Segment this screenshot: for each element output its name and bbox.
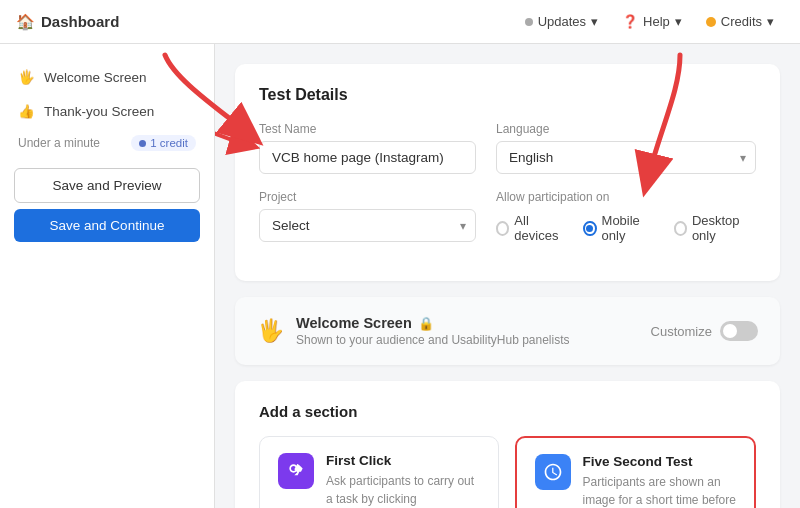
customize-toggle[interactable] bbox=[720, 321, 758, 341]
radio-inner-mobile bbox=[586, 225, 593, 232]
add-section-title: Add a section bbox=[259, 403, 756, 420]
help-icon: ❓ bbox=[622, 14, 638, 29]
language-label: Language bbox=[496, 122, 756, 136]
project-label: Project bbox=[259, 190, 476, 204]
header-nav: Updates ▾ ❓ Help ▾ Credits ▾ bbox=[515, 9, 784, 34]
project-group: Project Select ▾ bbox=[259, 190, 476, 243]
five-second-desc: Participants are shown an image for a sh… bbox=[583, 473, 737, 508]
welcome-subtitle: Shown to your audience and UsabilityHub … bbox=[296, 333, 570, 347]
updates-status-dot bbox=[525, 18, 533, 26]
updates-button[interactable]: Updates ▾ bbox=[515, 9, 608, 34]
radio-all-devices[interactable]: All devices bbox=[496, 213, 567, 243]
credits-button[interactable]: Credits ▾ bbox=[696, 9, 784, 34]
sidebar-meta: Under a minute 1 credit bbox=[0, 128, 214, 158]
form-row-2: Project Select ▾ Allow participation on … bbox=[259, 190, 756, 243]
welcome-left: 🖐 Welcome Screen 🔒 Shown to your audienc… bbox=[257, 315, 570, 347]
radio-circle-desktop bbox=[674, 221, 687, 236]
home-icon: 🏠 bbox=[16, 13, 35, 31]
sidebar: 🖐 Welcome Screen 👍 Thank-you Screen Unde… bbox=[0, 44, 215, 508]
welcome-title-text: Welcome Screen bbox=[296, 315, 412, 331]
customize-label: Customize bbox=[651, 324, 712, 339]
credits-dot bbox=[706, 17, 716, 27]
main-content: Test Details Test Name Language English … bbox=[215, 44, 800, 508]
project-select-wrapper: Select ▾ bbox=[259, 209, 476, 242]
welcome-info: Welcome Screen 🔒 Shown to your audience … bbox=[296, 315, 570, 347]
header: 🏠 Dashboard Updates ▾ ❓ Help ▾ Credits ▾ bbox=[0, 0, 800, 44]
radio-desktop-only[interactable]: Desktop only bbox=[674, 213, 756, 243]
test-name-input[interactable] bbox=[259, 141, 476, 174]
five-second-card[interactable]: Five Second Test Participants are shown … bbox=[515, 436, 757, 508]
welcome-screen-icon: 🖐 bbox=[18, 69, 34, 85]
first-click-title: First Click bbox=[326, 453, 480, 468]
first-click-icon bbox=[278, 453, 314, 489]
welcome-title: Welcome Screen 🔒 bbox=[296, 315, 570, 331]
credit-badge: 1 credit bbox=[131, 135, 196, 151]
updates-chevron: ▾ bbox=[591, 14, 598, 29]
participation-group: Allow participation on All devices Mobil… bbox=[496, 190, 756, 243]
thankyou-screen-icon: 👍 bbox=[18, 103, 34, 119]
first-click-content: First Click Ask participants to carry ou… bbox=[326, 453, 480, 508]
card-title: Test Details bbox=[259, 86, 756, 104]
radio-label-mobile: Mobile only bbox=[602, 213, 658, 243]
sidebar-thankyou-label: Thank-you Screen bbox=[44, 104, 154, 119]
five-second-content: Five Second Test Participants are shown … bbox=[583, 454, 737, 508]
five-second-icon bbox=[535, 454, 571, 490]
section-cards-row: First Click Ask participants to carry ou… bbox=[259, 436, 756, 508]
credit-dot bbox=[139, 140, 146, 147]
add-section-card: Add a section First Click Ask participan… bbox=[235, 381, 780, 508]
sidebar-item-thankyou[interactable]: 👍 Thank-you Screen bbox=[0, 94, 214, 128]
help-chevron: ▾ bbox=[675, 14, 682, 29]
form-row-1: Test Name Language English ▾ bbox=[259, 122, 756, 174]
language-select-wrapper: English ▾ bbox=[496, 141, 756, 174]
sidebar-welcome-label: Welcome Screen bbox=[44, 70, 147, 85]
lock-icon: 🔒 bbox=[418, 316, 434, 331]
credits-label: Credits bbox=[721, 14, 762, 29]
sidebar-item-welcome[interactable]: 🖐 Welcome Screen bbox=[0, 60, 214, 94]
participation-radio-group: All devices Mobile only Desktop only bbox=[496, 213, 756, 243]
test-details-card: Test Details Test Name Language English … bbox=[235, 64, 780, 281]
credits-chevron: ▾ bbox=[767, 14, 774, 29]
save-continue-button[interactable]: Save and Continue bbox=[14, 209, 200, 242]
app-layout: 🖐 Welcome Screen 👍 Thank-you Screen Unde… bbox=[0, 44, 800, 508]
customize-toggle-wrapper: Customize bbox=[651, 321, 758, 341]
radio-label-desktop: Desktop only bbox=[692, 213, 756, 243]
radio-circle-all bbox=[496, 221, 509, 236]
updates-label: Updates bbox=[538, 14, 586, 29]
radio-mobile-only[interactable]: Mobile only bbox=[583, 213, 657, 243]
header-logo-area: 🏠 Dashboard bbox=[16, 13, 119, 31]
test-name-group: Test Name bbox=[259, 122, 476, 174]
participation-label: Allow participation on bbox=[496, 190, 756, 204]
toggle-knob bbox=[723, 324, 737, 338]
credit-count: 1 credit bbox=[150, 137, 188, 149]
radio-circle-mobile bbox=[583, 221, 596, 236]
welcome-hand-icon: 🖐 bbox=[257, 318, 284, 344]
language-select[interactable]: English bbox=[496, 141, 756, 174]
radio-label-all: All devices bbox=[514, 213, 567, 243]
first-click-desc: Ask participants to carry out a task by … bbox=[326, 472, 480, 508]
save-preview-button[interactable]: Save and Preview bbox=[14, 168, 200, 203]
help-label: Help bbox=[643, 14, 670, 29]
project-select[interactable]: Select bbox=[259, 209, 476, 242]
first-click-card[interactable]: First Click Ask participants to carry ou… bbox=[259, 436, 499, 508]
help-button[interactable]: ❓ Help ▾ bbox=[612, 9, 692, 34]
dashboard-title: Dashboard bbox=[41, 13, 119, 30]
five-second-title: Five Second Test bbox=[583, 454, 737, 469]
welcome-screen-card: 🖐 Welcome Screen 🔒 Shown to your audienc… bbox=[235, 297, 780, 365]
sidebar-duration: Under a minute bbox=[18, 136, 100, 150]
language-group: Language English ▾ bbox=[496, 122, 756, 174]
test-name-label: Test Name bbox=[259, 122, 476, 136]
